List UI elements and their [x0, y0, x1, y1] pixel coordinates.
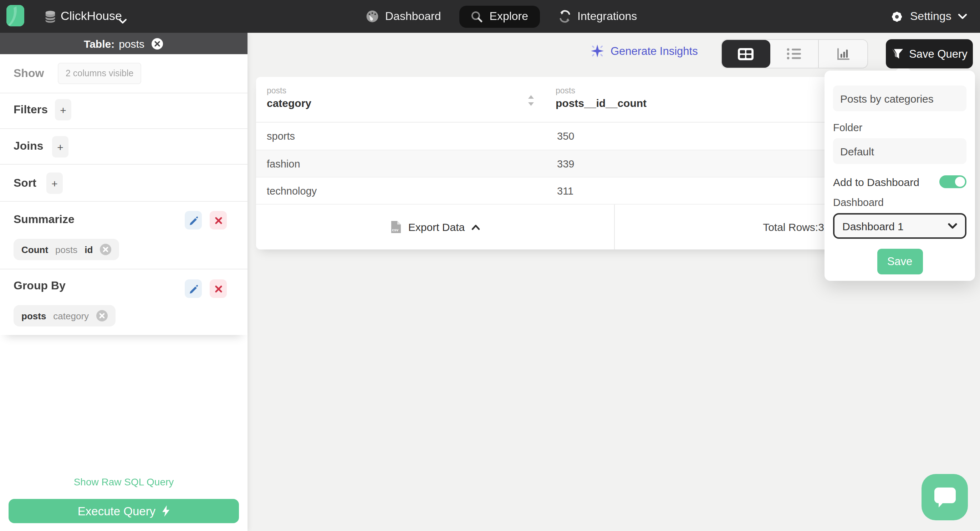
list-view-button[interactable]: [770, 40, 818, 68]
add-sort-button[interactable]: +: [46, 173, 63, 194]
delete-x-icon: [214, 285, 222, 293]
add-to-dashboard-row: Add to Dashboard: [833, 175, 966, 188]
sort-arrows-icon[interactable]: [527, 95, 535, 109]
toggle-knob: [955, 177, 965, 187]
group-by-table: posts: [21, 311, 46, 321]
nav-tabs: Dashboard Explore Integrations: [366, 0, 637, 33]
edit-pencil-icon: [188, 284, 198, 294]
database-selector[interactable]: ClickHouse: [60, 9, 122, 24]
query-name-input[interactable]: [833, 86, 966, 111]
summarize-section-label: Summarize: [14, 212, 75, 227]
funnel-icon: [891, 49, 903, 59]
remove-table-icon[interactable]: [151, 37, 164, 49]
divider: [0, 164, 248, 165]
column-header-count[interactable]: posts posts__id__count: [555, 86, 647, 109]
summarize-table: posts: [55, 244, 77, 255]
dashboard-select-value: Dashboard 1: [842, 220, 904, 232]
tab-integrations[interactable]: Integrations: [558, 0, 637, 33]
divider: [0, 269, 248, 269]
group-by-section-label: Group By: [14, 279, 65, 293]
table-view-icon: [738, 48, 754, 60]
save-query-label: Save Query: [909, 48, 967, 60]
cell-count: 350: [557, 130, 574, 142]
group-by-column: category: [53, 311, 89, 321]
export-data-button[interactable]: csv Export Data: [256, 204, 614, 249]
app-root: ClickHouse Dashboard Explore: [0, 0, 980, 531]
search-icon: [471, 10, 483, 22]
table-view-button[interactable]: [722, 40, 770, 68]
gauge-icon: [366, 10, 379, 23]
popover-save-button[interactable]: Save: [877, 249, 923, 274]
summarize-chip[interactable]: Count posts id: [14, 239, 119, 260]
add-filter-button[interactable]: +: [55, 99, 71, 120]
divider: [0, 201, 248, 202]
divider: [0, 93, 248, 94]
cell-category: sports: [267, 130, 295, 142]
chip-remove-icon[interactable]: [96, 310, 107, 322]
chevron-down-icon: [948, 223, 957, 229]
query-builder-sidebar: Table: posts Show 2 columns visible Filt…: [0, 33, 248, 531]
column-table-label: posts: [267, 86, 311, 95]
tab-explore[interactable]: Explore: [460, 5, 540, 27]
tab-dashboard-label: Dashboard: [385, 10, 441, 23]
show-raw-sql-link[interactable]: Show Raw SQL Query: [0, 476, 248, 488]
filters-section-label: Filters: [14, 103, 48, 117]
column-header-category[interactable]: posts category: [267, 86, 311, 109]
list-view-icon: [787, 48, 802, 60]
group-by-chip[interactable]: posts category: [14, 305, 115, 327]
chat-launcher-button[interactable]: [921, 474, 968, 520]
selected-table-bar: Table: posts: [0, 33, 248, 54]
top-nav: ClickHouse Dashboard Explore: [0, 0, 980, 33]
settings-menu[interactable]: Settings: [890, 0, 967, 33]
database-icon: [43, 10, 57, 26]
joins-section-label: Joins: [14, 139, 43, 153]
folder-input[interactable]: [833, 138, 966, 164]
add-to-dashboard-label: Add to Dashboard: [833, 176, 920, 188]
edit-summarize-button[interactable]: [185, 211, 202, 230]
chip-remove-icon[interactable]: [100, 244, 111, 255]
remove-summarize-button[interactable]: [210, 211, 227, 230]
column-table-label: posts: [555, 86, 647, 95]
cell-count: 311: [557, 185, 573, 197]
edit-pencil-icon: [188, 215, 198, 225]
chart-view-icon: [836, 48, 850, 60]
chat-bubble-icon: [933, 487, 956, 508]
summarize-column: id: [84, 244, 93, 255]
cell-category: technology: [267, 185, 317, 197]
gear-icon: [890, 10, 904, 23]
delete-x-icon: [214, 216, 222, 224]
add-join-button[interactable]: +: [52, 136, 68, 157]
remove-group-by-button[interactable]: [210, 279, 227, 298]
csv-file-icon: csv: [390, 220, 402, 234]
execute-query-label: Execute Query: [78, 504, 156, 518]
add-to-dashboard-toggle[interactable]: [939, 175, 966, 188]
show-section-label: Show: [14, 66, 44, 81]
folder-label: Folder: [833, 122, 966, 133]
save-query-button[interactable]: Save Query: [886, 39, 973, 68]
chart-view-button[interactable]: [818, 40, 867, 68]
sort-section-label: Sort: [14, 176, 37, 190]
save-query-popover: Folder Add to Dashboard Dashboard Dashbo…: [824, 71, 975, 281]
sparkle-icon: [590, 44, 604, 58]
lightning-icon: [162, 505, 170, 517]
execute-query-button[interactable]: Execute Query: [8, 499, 239, 523]
column-name-label: category: [267, 97, 311, 109]
clickhouse-logo[interactable]: [6, 5, 24, 26]
chevron-up-icon: [471, 224, 480, 230]
dashboard-select[interactable]: Dashboard 1: [833, 213, 966, 239]
tab-explore-label: Explore: [490, 10, 528, 23]
cell-count: 339: [557, 158, 574, 170]
cell-category: fashion: [267, 158, 300, 170]
columns-visible-chip[interactable]: 2 columns visible: [58, 63, 141, 84]
generate-insights-link[interactable]: Generate Insights: [590, 44, 698, 58]
logo-swoosh: [6, 5, 24, 26]
chevron-down-icon: [958, 13, 967, 20]
edit-group-by-button[interactable]: [185, 279, 202, 298]
export-data-label: Export Data: [408, 221, 465, 233]
settings-label: Settings: [910, 10, 951, 23]
chevron-down-icon[interactable]: [118, 14, 127, 27]
dashboard-label: Dashboard: [833, 197, 966, 208]
tab-integrations-label: Integrations: [578, 10, 637, 23]
sync-icon: [558, 10, 571, 23]
tab-dashboard[interactable]: Dashboard: [366, 0, 441, 33]
